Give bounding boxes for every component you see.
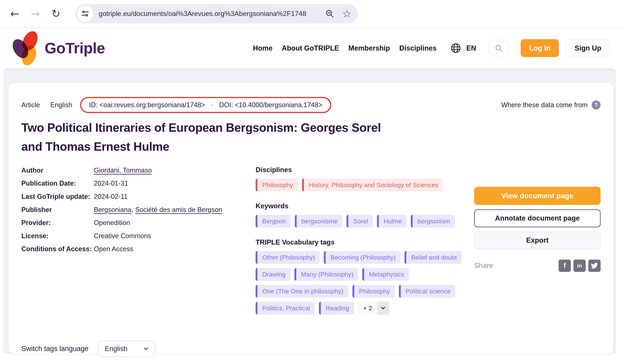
signup-button[interactable]: Sign Up — [566, 39, 609, 57]
bookmark-star-icon[interactable]: ☆ — [342, 9, 352, 19]
last-update-value: 2024-02-11 — [94, 192, 128, 201]
vocabulary-tag[interactable]: Reading — [319, 302, 354, 315]
site-settings-icon[interactable] — [77, 6, 93, 22]
view-document-button[interactable]: View document page — [474, 187, 600, 205]
author-label: Author — [21, 166, 94, 175]
tags-language-select[interactable]: English — [98, 340, 155, 357]
license-label: License: — [21, 232, 94, 241]
vocabulary-tag[interactable]: Becoming (Philosophy) — [324, 251, 400, 264]
vocabulary-tag[interactable]: One (The One in philosophy) — [256, 285, 348, 298]
discipline-tag[interactable]: Philosophy — [256, 179, 298, 191]
nav-item-about[interactable]: About GoTRIPLE — [282, 44, 339, 52]
browser-toolbar: ← → ↻ gotriple.eu/documents/oai%3Arevues… — [0, 0, 624, 28]
page-title: Two Political Itineraries of European Be… — [21, 118, 401, 156]
publication-date-value: 2024-01-31 — [94, 179, 128, 188]
share-row: Share f in — [474, 260, 600, 272]
meta-row-access: Conditions of Access: Open Access — [21, 244, 246, 254]
vocabulary-tag[interactable]: Political science — [399, 285, 455, 298]
login-button[interactable]: Log In — [521, 39, 559, 57]
export-button[interactable]: Export — [474, 232, 600, 249]
logo-text: GoTriple — [45, 39, 105, 57]
document-type-badge: Article — [21, 101, 40, 109]
last-update-label: Last GoTriple update: — [21, 192, 94, 201]
meta-row-publication-date: Publication Date: 2024-01-31 — [21, 179, 246, 188]
language-code[interactable]: EN — [466, 44, 476, 52]
more-tags-count[interactable]: + 2 — [358, 302, 377, 315]
vocabulary-tag[interactable]: Philosophy — [352, 285, 395, 298]
keywords-heading: Keywords — [256, 202, 472, 210]
keyword-tag[interactable]: Sorel — [346, 215, 373, 228]
keyword-tag[interactable]: bergsonisme — [295, 215, 342, 228]
show-more-tags-button[interactable]: + 2 — [358, 302, 389, 315]
gotriple-flower-icon — [13, 30, 42, 66]
license-value: Creative Commons — [94, 232, 151, 241]
nav-item-membership[interactable]: Membership — [348, 44, 390, 52]
meta-row-last-update: Last GoTriple update: 2024-02-11 — [21, 192, 246, 201]
tags-language-label: Switch tags language — [21, 345, 88, 353]
actions-column: View document page Annotate document pag… — [474, 166, 600, 315]
tags-language-value: English — [105, 345, 143, 353]
search-icon — [494, 43, 504, 53]
provider-value: Openedition — [94, 218, 130, 227]
linkedin-share-icon[interactable]: in — [573, 260, 586, 272]
site-header: GoTriple Home About GoTRIPLE Membership … — [0, 28, 624, 68]
metadata-column: Author Giordani, Tommaso Publication Dat… — [21, 166, 246, 315]
keywords-tags: Bergson bergsonisme Sorel Hulme bergsoni… — [256, 215, 472, 228]
language-switcher[interactable]: EN — [450, 42, 476, 54]
facebook-share-icon[interactable]: f — [559, 260, 571, 272]
page-background-band: Article English ID: <oai:revues.org:berg… — [3, 68, 616, 354]
publisher-separator: , — [131, 206, 135, 214]
vocabulary-tag[interactable]: Drawing — [256, 268, 290, 281]
vocabulary-tag[interactable]: Metaphysics — [362, 268, 409, 281]
access-value: Open Access — [94, 244, 133, 254]
vocabulary-tag[interactable]: Politics, Practical — [256, 302, 315, 315]
document-meta-badges: Article English ID: <oai:revues.org:berg… — [21, 97, 600, 113]
chevron-down-icon[interactable] — [377, 302, 389, 315]
author-link[interactable]: Giordani, Tommaso — [94, 167, 152, 174]
publisher-link-1[interactable]: Bergsoniana — [94, 206, 131, 214]
data-provenance-link[interactable]: Where these data come from ? — [501, 100, 600, 109]
id-doi-separator: · — [211, 101, 213, 109]
meta-row-license: License: Creative Commons — [21, 232, 246, 241]
document-doi: DOI: <10.4000/bergsoniana.1748> — [219, 101, 322, 109]
forward-icon[interactable]: → — [31, 8, 40, 19]
keyword-tag[interactable]: bergsonism — [411, 215, 455, 228]
annotate-document-button[interactable]: Annotate document page — [474, 209, 600, 227]
keyword-tag[interactable]: Bergson — [256, 215, 291, 228]
document-id: ID: <oai:revues.org:bergsoniana/1748> — [89, 101, 205, 109]
discipline-tag[interactable]: History, Philosophy and Sociology of Sci… — [302, 179, 443, 191]
share-label: Share — [474, 262, 493, 270]
gotriple-logo[interactable]: GoTriple — [13, 30, 105, 66]
publisher-label: Publisher — [21, 205, 94, 215]
meta-row-author: Author Giordani, Tommaso — [21, 166, 246, 175]
keyword-tag[interactable]: Hulme — [377, 215, 407, 228]
meta-row-provider: Provider: Openedition — [21, 218, 246, 227]
access-label: Conditions of Access: — [21, 244, 94, 254]
tags-language-row: Switch tags language English — [21, 340, 600, 357]
back-icon[interactable]: ← — [10, 8, 19, 19]
help-icon[interactable]: ? — [592, 100, 600, 109]
tags-column: Disciplines Philosophy History, Philosop… — [256, 166, 472, 315]
nav-item-disciplines[interactable]: Disciplines — [399, 44, 437, 52]
vocabulary-tag[interactable]: Belief and doubt — [404, 251, 462, 264]
vocabulary-tag[interactable]: Other (Philosophy) — [256, 251, 320, 264]
vocabulary-tag[interactable]: Many (Philosophy) — [294, 268, 358, 281]
disciplines-heading: Disciplines — [256, 166, 472, 174]
nav-item-home[interactable]: Home — [253, 44, 272, 52]
globe-icon — [450, 42, 462, 54]
publication-date-label: Publication Date: — [21, 179, 94, 188]
url-text[interactable]: gotriple.eu/documents/oai%3Arevues.org%3… — [99, 10, 321, 18]
disciplines-tags: Philosophy History, Philosophy and Socio… — [256, 179, 472, 191]
id-doi-annotation-highlight: ID: <oai:revues.org:bergsoniana/1748> · … — [80, 97, 331, 113]
main-nav: Home About GoTRIPLE Membership Disciplin… — [253, 44, 437, 52]
vocabulary-heading: TRIPLE Vocabulary tags — [256, 238, 472, 246]
vocabulary-tags: Other (Philosophy) Becoming (Philosophy)… — [256, 251, 472, 315]
data-provenance-label[interactable]: Where these data come from — [501, 101, 588, 109]
reload-icon[interactable]: ↻ — [51, 8, 60, 19]
address-bar[interactable]: gotriple.eu/documents/oai%3Arevues.org%3… — [75, 4, 358, 24]
search-button[interactable] — [488, 38, 509, 59]
chevron-down-icon — [143, 345, 150, 352]
publisher-link-2[interactable]: Société des amis de Bergson — [135, 206, 222, 214]
zoom-out-icon[interactable] — [325, 9, 335, 19]
twitter-share-icon[interactable] — [588, 260, 600, 272]
